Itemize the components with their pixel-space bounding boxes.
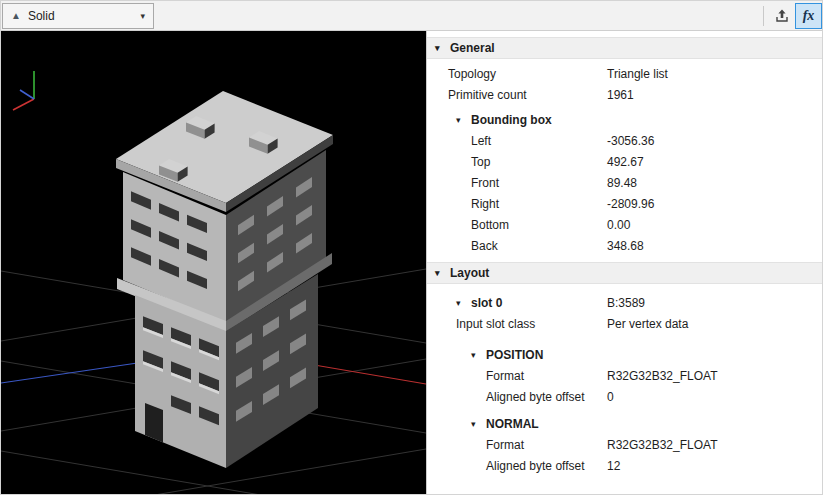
subsection-title: POSITION bbox=[486, 348, 543, 362]
render-mode-dropdown[interactable]: ▲ Solid ▾ bbox=[2, 3, 154, 29]
property-row-bbox-front[interactable]: Front 89.48 bbox=[427, 172, 822, 193]
property-value: R32G32B32_FLOAT bbox=[607, 369, 718, 383]
property-value: 1961 bbox=[607, 88, 634, 102]
collapse-icon[interactable]: ▾ bbox=[456, 115, 465, 125]
subsection-title: NORMAL bbox=[486, 417, 539, 431]
subsection-title: slot 0 bbox=[471, 296, 502, 310]
property-label: Format bbox=[486, 438, 524, 452]
property-label: Aligned byte offset bbox=[486, 390, 585, 404]
property-row-position-format[interactable]: Format R32G32B32_FLOAT bbox=[427, 365, 822, 386]
property-row-input-slot-class[interactable]: Input slot class Per vertex data bbox=[427, 313, 822, 334]
property-label: Topology bbox=[448, 67, 496, 81]
property-label: Format bbox=[486, 369, 524, 383]
property-row-bbox-bottom[interactable]: Bottom 0.00 bbox=[427, 214, 822, 235]
toolbar: ▲ Solid ▾ fx bbox=[1, 1, 822, 31]
property-row-bbox-left[interactable]: Left -3056.36 bbox=[427, 130, 822, 151]
property-value: Triangle list bbox=[607, 67, 668, 81]
property-label: Primitive count bbox=[448, 88, 527, 102]
property-label: Input slot class bbox=[456, 317, 535, 331]
collapse-icon[interactable]: ▾ bbox=[456, 298, 465, 308]
property-value: 492.67 bbox=[607, 155, 644, 169]
building-model bbox=[116, 91, 333, 468]
property-row-bbox-top[interactable]: Top 492.67 bbox=[427, 151, 822, 172]
property-label: Bottom bbox=[471, 218, 509, 232]
section-header-general[interactable]: ▾ General bbox=[427, 37, 822, 59]
property-value: -2809.96 bbox=[607, 197, 654, 211]
property-row-bbox-right[interactable]: Right -2809.96 bbox=[427, 193, 822, 214]
property-row-bbox-back[interactable]: Back 348.68 bbox=[427, 235, 822, 256]
property-row-normal-format[interactable]: Format R32G32B32_FLOAT bbox=[427, 434, 822, 455]
fx-icon: fx bbox=[803, 8, 815, 24]
property-row-topology[interactable]: Topology Triangle list bbox=[427, 63, 822, 84]
fx-shader-button[interactable]: fx bbox=[795, 3, 822, 29]
property-value: 89.48 bbox=[607, 176, 637, 190]
collapse-icon[interactable]: ▾ bbox=[471, 350, 480, 360]
subsection-normal[interactable]: ▾ NORMAL bbox=[427, 413, 822, 434]
properties-panel: ▾ General Topology Triangle list Primiti… bbox=[426, 31, 822, 494]
section-title: General bbox=[450, 41, 495, 55]
subsection-bounding-box[interactable]: ▾ Bounding box bbox=[427, 109, 822, 130]
mesh-preview bbox=[1, 31, 426, 495]
property-label: Back bbox=[471, 239, 498, 253]
property-value: 0.00 bbox=[607, 218, 630, 232]
property-value: 0 bbox=[607, 390, 614, 404]
property-value: R32G32B32_FLOAT bbox=[607, 438, 718, 452]
chevron-down-icon: ▾ bbox=[140, 11, 145, 21]
section-header-layout[interactable]: ▾ Layout bbox=[427, 262, 822, 284]
property-row-normal-offset[interactable]: Aligned byte offset 12 bbox=[427, 455, 822, 476]
property-label: Front bbox=[471, 176, 499, 190]
property-value: 348.68 bbox=[607, 239, 644, 253]
export-button[interactable] bbox=[768, 3, 795, 29]
collapse-icon[interactable]: ▾ bbox=[471, 419, 480, 429]
property-row-primitive-count[interactable]: Primitive count 1961 bbox=[427, 84, 822, 105]
viewport-3d[interactable] bbox=[1, 31, 426, 494]
property-label: Top bbox=[471, 155, 490, 169]
subsection-slot-0[interactable]: ▾ slot 0 B:3589 bbox=[427, 292, 822, 313]
property-label: Right bbox=[471, 197, 499, 211]
collapse-icon[interactable]: ▾ bbox=[435, 43, 444, 53]
property-value: -3056.36 bbox=[607, 134, 654, 148]
solid-triangle-icon: ▲ bbox=[11, 10, 21, 21]
graphics-analyzer-window: ▲ Solid ▾ fx bbox=[0, 0, 823, 495]
collapse-icon[interactable]: ▾ bbox=[435, 268, 444, 278]
property-value: B:3589 bbox=[607, 296, 645, 310]
property-row-position-offset[interactable]: Aligned byte offset 0 bbox=[427, 386, 822, 407]
export-icon bbox=[774, 8, 790, 24]
property-label: Left bbox=[471, 134, 491, 148]
section-title: Layout bbox=[450, 266, 489, 280]
subsection-title: Bounding box bbox=[471, 113, 552, 127]
property-value: 12 bbox=[607, 459, 620, 473]
subsection-position[interactable]: ▾ POSITION bbox=[427, 344, 822, 365]
toolbar-separator bbox=[763, 6, 764, 26]
main-area: ▾ General Topology Triangle list Primiti… bbox=[1, 31, 822, 494]
property-value: Per vertex data bbox=[607, 317, 688, 331]
render-mode-label: Solid bbox=[28, 9, 55, 23]
property-label: Aligned byte offset bbox=[486, 459, 585, 473]
